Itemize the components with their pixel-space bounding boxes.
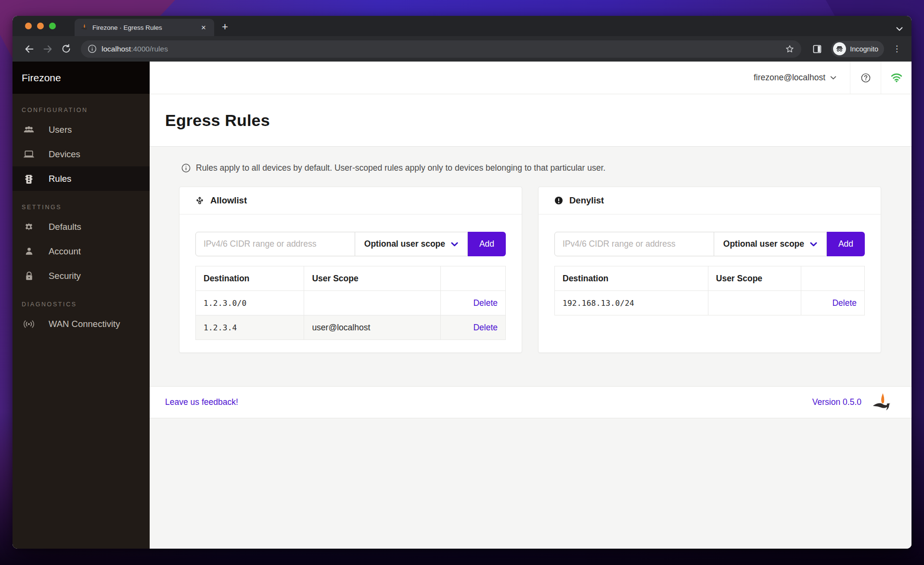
browser-toolbar: localhost:4000/rules Incognito ⋮ <box>13 36 911 62</box>
sidebar-section-diagnostics: DIAGNOSTICS <box>22 301 150 308</box>
allowlist-card: Allowlist Optional user scope Add <box>179 187 522 353</box>
firezone-logo-icon <box>868 392 896 413</box>
laptop-icon <box>23 150 35 159</box>
allowlist-add-button[interactable]: Add <box>468 232 506 256</box>
users-icon <box>23 126 35 134</box>
version-link[interactable]: Version 0.5.0 <box>812 397 861 407</box>
sidebar-item-label: Rules <box>49 174 71 184</box>
destination-cell: 192.168.13.0/24 <box>555 291 708 315</box>
page-header: Egress Rules <box>150 94 911 147</box>
denylist-add-button[interactable]: Add <box>827 232 865 256</box>
route-split-icon <box>195 196 204 205</box>
new-tab-button[interactable]: + <box>222 21 228 33</box>
side-panel-icon[interactable] <box>810 42 824 56</box>
window-minimize-button[interactable] <box>37 23 44 29</box>
denylist-card: Denylist Optional user scope Add <box>538 187 881 353</box>
column-header-destination: Destination <box>196 266 304 291</box>
window-zoom-button[interactable] <box>49 23 56 29</box>
help-button[interactable] <box>850 62 881 94</box>
connectivity-status <box>881 62 911 94</box>
page-content: Rules apply to all devices by default. U… <box>150 147 911 386</box>
sidebar-item-security[interactable]: Security <box>13 264 150 288</box>
reload-button[interactable] <box>59 42 73 56</box>
sidebar-item-label: Security <box>49 271 81 281</box>
allowlist-title: Allowlist <box>210 195 247 206</box>
sidebar-section-configuration: CONFIGURATION <box>22 107 150 113</box>
sidebar: Firezone CONFIGURATION Users Devices Rul… <box>13 62 150 549</box>
account-email: firezone@localhost <box>754 73 825 83</box>
browser-tab[interactable]: Firezone · Egress Rules ✕ <box>75 19 214 36</box>
sidebar-item-label: Account <box>49 246 81 257</box>
incognito-label: Incognito <box>850 45 878 53</box>
allowlist-table: Destination User Scope 1.2.3.0/0 <box>195 266 506 340</box>
sidebar-item-users[interactable]: Users <box>13 117 150 142</box>
circle-exclamation-icon <box>554 196 563 205</box>
window-close-button[interactable] <box>25 23 32 29</box>
table-row: 1.2.3.0/0 Delete <box>196 291 506 315</box>
window-controls <box>25 16 56 36</box>
tab-search-chevron-icon[interactable] <box>896 27 903 31</box>
browser-menu-icon[interactable]: ⋮ <box>891 44 903 54</box>
action-cell: Delete <box>440 291 505 315</box>
user-scope-cell: user@localhost <box>304 315 440 340</box>
info-text: Rules apply to all devices by default. U… <box>196 163 605 173</box>
column-header-user-scope: User Scope <box>304 266 440 291</box>
denylist-title: Denylist <box>569 195 604 206</box>
sidebar-item-wan-connectivity[interactable]: WAN Connectivity <box>13 312 150 336</box>
person-icon <box>23 247 35 256</box>
delete-link[interactable]: Delete <box>473 323 498 332</box>
sidebar-item-devices[interactable]: Devices <box>13 142 150 166</box>
delete-link[interactable]: Delete <box>473 298 498 308</box>
action-cell: Delete <box>801 291 864 315</box>
signal-icon <box>23 320 35 328</box>
tab-title: Firezone · Egress Rules <box>92 24 194 31</box>
page-title: Egress Rules <box>165 111 270 130</box>
bookmark-star-icon[interactable] <box>785 44 795 54</box>
account-menu[interactable]: firezone@localhost <box>740 62 850 94</box>
delete-link[interactable]: Delete <box>832 298 857 308</box>
chevron-down-icon <box>451 242 458 247</box>
destination-cell: 1.2.3.0/0 <box>196 291 304 315</box>
sidebar-item-defaults[interactable]: Defaults <box>13 214 150 239</box>
content-bottom-spacer <box>150 418 911 549</box>
sidebar-item-label: WAN Connectivity <box>49 319 120 329</box>
denylist-cidr-input[interactable] <box>554 232 714 256</box>
denylist-card-body: Optional user scope Add Destination <box>539 214 881 315</box>
allowlist-cidr-input[interactable] <box>195 232 355 256</box>
back-button[interactable] <box>22 42 37 56</box>
denylist-table: Destination User Scope 192.168.13.0/24 <box>554 266 865 315</box>
feedback-link[interactable]: Leave us feedback! <box>165 397 238 407</box>
denylist-card-header: Denylist <box>539 187 881 214</box>
site-info-icon[interactable] <box>88 44 97 53</box>
allowlist-user-scope-select[interactable]: Optional user scope <box>355 232 468 256</box>
wifi-icon <box>891 73 902 82</box>
denylist-add-form: Optional user scope Add <box>554 232 865 256</box>
address-bar[interactable]: localhost:4000/rules <box>81 40 801 58</box>
column-header-destination: Destination <box>555 266 708 291</box>
action-cell: Delete <box>440 315 505 340</box>
tab-close-icon[interactable]: ✕ <box>199 23 208 32</box>
sidebar-item-account[interactable]: Account <box>13 239 150 264</box>
sidebar-section-settings: SETTINGS <box>22 204 150 211</box>
info-banner: Rules apply to all devices by default. U… <box>181 163 911 173</box>
gear-icon <box>23 222 35 232</box>
allowlist-card-body: Optional user scope Add Destination <box>180 214 522 340</box>
sidebar-item-label: Defaults <box>49 222 81 232</box>
sidebar-item-label: Devices <box>49 149 80 160</box>
favicon-firezone-logo-icon <box>80 24 88 31</box>
sidebar-item-rules[interactable]: Rules <box>13 166 150 191</box>
destination-cell: 1.2.3.4 <box>196 315 304 340</box>
incognito-icon <box>833 42 846 55</box>
main-area: firezone@localhost Egress Rules Rules ap… <box>150 62 911 549</box>
denylist-user-scope-select[interactable]: Optional user scope <box>714 232 827 256</box>
column-header-actions <box>440 266 505 291</box>
help-icon <box>860 73 871 83</box>
browser-tab-strip: Firezone · Egress Rules ✕ + <box>13 16 911 36</box>
chevron-down-icon <box>810 242 817 247</box>
column-header-user-scope: User Scope <box>708 266 801 291</box>
allowlist-add-form: Optional user scope Add <box>195 232 506 256</box>
table-header-row: Destination User Scope <box>555 266 865 291</box>
brand-firezone[interactable]: Firezone <box>13 62 150 94</box>
forward-button[interactable] <box>40 42 55 56</box>
app-topbar: firezone@localhost <box>150 62 911 94</box>
